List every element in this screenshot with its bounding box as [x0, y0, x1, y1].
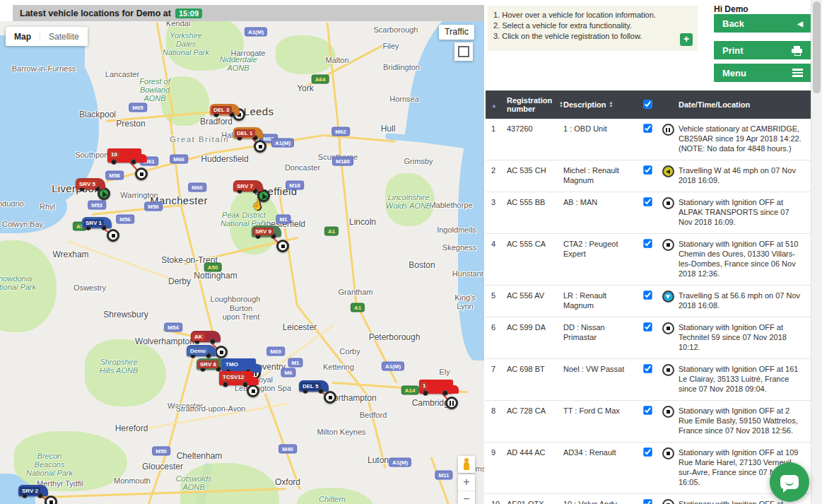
row-number: 6	[486, 322, 507, 352]
registration-link[interactable]: AC 599 DA	[507, 322, 563, 352]
row-checkbox[interactable]	[643, 291, 652, 299]
map-vehicle-srv-9[interactable]: SRV 9	[252, 225, 281, 237]
registration-link[interactable]: AD 444 AC	[507, 447, 563, 487]
header-datetime[interactable]: Date/Time/Location	[679, 100, 811, 109]
vehicle-table: ▲ Registration number ▲▼ Description ▲▼ …	[486, 90, 811, 504]
row-checkbox[interactable]	[643, 406, 652, 414]
vehicle-label: SRV 7	[235, 182, 255, 190]
sort-icon: ▲▼	[609, 101, 613, 108]
map-city-label: York	[297, 83, 314, 93]
registration-link[interactable]: 437260	[507, 124, 563, 153]
road-badge: M1	[288, 358, 303, 368]
map-canvas[interactable]: KendalBarrow-in-FurnessLancasterHarrogat…	[0, 21, 484, 504]
map-vehicle-srv-5[interactable]: SRV 5	[76, 178, 105, 189]
registration-link[interactable]: AC 555 CA	[507, 239, 563, 279]
header-checkbox-cell	[638, 100, 657, 110]
map-city-label: Rhyl	[40, 202, 55, 211]
print-button[interactable]: Print	[714, 41, 811, 59]
add-button[interactable]: +	[680, 33, 693, 46]
map-vehicle-del-5[interactable]: DEL 5	[299, 380, 329, 392]
datetime-location-text: Travelling W at 46 mph on 07 Nov 2018 16…	[679, 165, 811, 185]
registration-link[interactable]: AC 728 CA	[507, 406, 563, 435]
map-vehicle-srv-7[interactable]: SRV 7	[233, 180, 263, 192]
right-panel: 1. Hover over a vehicle for location inf…	[486, 0, 811, 504]
vehicle-label: TMO	[223, 361, 240, 368]
vehicle-description: DD : Nissan Primastar	[563, 322, 638, 352]
road-badge: M40	[278, 445, 297, 454]
back-arrow-icon: ◀	[797, 20, 803, 28]
status-marker-pause[interactable]	[445, 397, 458, 409]
live-chat-button[interactable]	[770, 462, 809, 502]
road	[430, 457, 450, 504]
zoom-in-button[interactable]: +	[458, 474, 475, 491]
row-checkbox[interactable]	[643, 124, 652, 132]
road-badge: M6	[281, 368, 295, 377]
map-vehicle-10[interactable]: 10	[107, 148, 141, 163]
header-description[interactable]: Description ▲▼	[563, 100, 638, 109]
road-badge: M58	[105, 171, 124, 180]
registration-link[interactable]: AC 535 CH	[507, 165, 563, 185]
zoom-out-button[interactable]: −	[458, 491, 475, 504]
pegman-control[interactable]	[458, 456, 475, 473]
map-city-label: Bridlington	[383, 63, 420, 71]
map-vehicle-demo[interactable]: Demo	[187, 345, 216, 356]
row-checkbox[interactable]	[643, 322, 652, 331]
row-checkbox[interactable]	[643, 447, 652, 456]
vehicle-description: 10 : Volvo Andy - 07826 915219	[563, 499, 638, 504]
road-badge: M69	[266, 347, 285, 356]
map-city-label: Nottingham	[194, 271, 237, 281]
header-sort-index[interactable]: ▲	[486, 100, 507, 109]
registration-link[interactable]: AC 556 AV	[507, 291, 563, 310]
menu-button[interactable]: Menu	[714, 64, 811, 82]
status-marker-stop[interactable]	[247, 385, 259, 397]
row-checkbox[interactable]	[643, 499, 652, 504]
map-city-label: Oswestry	[74, 283, 106, 292]
row-checkbox[interactable]	[643, 364, 652, 373]
map-vehicle-del-1[interactable]: DEL 1	[233, 127, 263, 139]
row-checkbox[interactable]	[643, 165, 652, 174]
back-button[interactable]: Back ◀	[714, 14, 811, 33]
map-vehicle-tcsv12[interactable]: TCSV12	[219, 371, 253, 385]
traffic-button[interactable]: Traffic	[439, 25, 474, 40]
map-city-label: Loughborough	[211, 295, 261, 303]
map-type-satellite[interactable]: Satellite	[40, 32, 88, 42]
header-registration[interactable]: Registration number ▲▼	[507, 96, 563, 113]
registration-link[interactable]: AC 555 BB	[507, 197, 563, 227]
row-checkbox[interactable]	[643, 239, 652, 247]
row-status-cell	[657, 124, 679, 153]
fullscreen-button[interactable]	[454, 42, 473, 61]
map-vehicle-srv-2[interactable]: SRV 2	[18, 485, 48, 496]
row-checkbox-cell	[638, 406, 657, 435]
map-region-label: Lincolnshire Wolds AONB	[386, 193, 431, 210]
table-row: 7 AC 698 BT Noel : VW Passat Stationary …	[486, 359, 811, 401]
status-marker-stop[interactable]	[254, 140, 266, 153]
vehicle-label: DEL 5	[300, 382, 321, 390]
status-marker-stop[interactable]	[215, 346, 228, 358]
map-vehicle-1[interactable]: 1	[419, 380, 453, 394]
road-badge: M53	[88, 201, 106, 210]
registration-link[interactable]: AC 698 BT	[507, 364, 563, 394]
datetime-location-text: Travelling S at 56.6 mph on 07 Nov 2018 …	[679, 291, 811, 310]
map-city-label: Grimsby	[404, 157, 433, 165]
select-all-checkbox[interactable]	[643, 100, 652, 108]
map-vehicle-del-3[interactable]: DEL 3	[210, 104, 240, 115]
row-number: 3	[486, 197, 507, 227]
registration-link[interactable]: AE01 QTX	[507, 499, 563, 504]
map-city-label: Derby	[168, 276, 191, 286]
status-marker-stop[interactable]	[276, 240, 289, 252]
map-vehicle-srv-1[interactable]: SRV 1	[82, 217, 112, 228]
map-city-label: Milton Keynes	[317, 428, 365, 436]
map-vehicle-ak[interactable]: AK	[191, 331, 221, 342]
scrollbar-thumb[interactable]	[813, 1, 821, 93]
status-marker-stop[interactable]	[135, 168, 148, 180]
row-checkbox[interactable]	[643, 197, 652, 206]
map-city-label: Bedford	[360, 411, 387, 419]
map-vehicle-tmo[interactable]: TMO	[222, 358, 256, 373]
status-marker-stop[interactable]	[107, 229, 119, 242]
vehicle-description: Michel : Renault Magnum	[563, 165, 638, 185]
vertical-scrollbar[interactable]	[811, 0, 822, 504]
map-type-map[interactable]: Map	[6, 32, 40, 42]
status-marker-stop[interactable]	[45, 496, 57, 504]
map-city-label: Malton	[325, 56, 348, 64]
status-marker-stop[interactable]	[324, 391, 336, 404]
